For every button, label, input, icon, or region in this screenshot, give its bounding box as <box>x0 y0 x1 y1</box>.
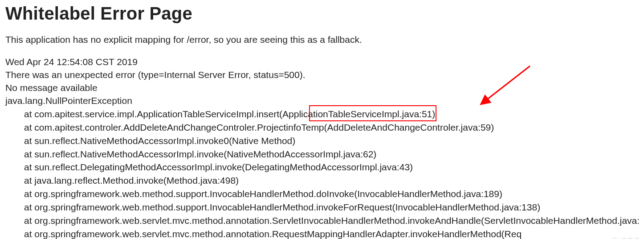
page-title: Whitelabel Error Page <box>5 4 639 24</box>
exception-class: java.lang.NullPointerException <box>5 95 639 107</box>
stack-frame: at org.springframework.web.servlet.mvc.m… <box>5 227 639 239</box>
stack-frame: at org.springframework.web.method.suppor… <box>5 187 639 201</box>
error-page: Whitelabel Error Page This application h… <box>0 0 644 239</box>
stack-frame: at org.springframework.web.method.suppor… <box>5 201 639 214</box>
watermark-text: 亿速云 <box>620 237 640 239</box>
stack-frame: at sun.reflect.NativeMethodAccessorImpl.… <box>5 148 639 161</box>
stack-frame: at java.lang.reflect.Method.invoke(Metho… <box>5 174 639 187</box>
stack-frame: at com.apitest.controler.AddDeleteAndCha… <box>5 121 639 134</box>
watermark: 亿速云 <box>610 237 640 239</box>
no-message-line: No message available <box>5 82 639 95</box>
error-summary: There was an unexpected error (type=Inte… <box>5 69 639 82</box>
stack-frame: at sun.reflect.NativeMethodAccessorImpl.… <box>5 134 639 148</box>
timestamp: Wed Apr 24 12:54:08 CST 2019 <box>5 56 639 69</box>
stack-frame: at org.springframework.web.servlet.mvc.m… <box>5 214 639 227</box>
fallback-message: This application has no explicit mapping… <box>5 33 639 46</box>
stack-trace: at com.apitest.service.impl.ApplicationT… <box>5 107 639 239</box>
stack-frame: at sun.reflect.DelegatingMethodAccessorI… <box>5 161 639 174</box>
stack-frame: at com.apitest.service.impl.ApplicationT… <box>5 107 639 121</box>
